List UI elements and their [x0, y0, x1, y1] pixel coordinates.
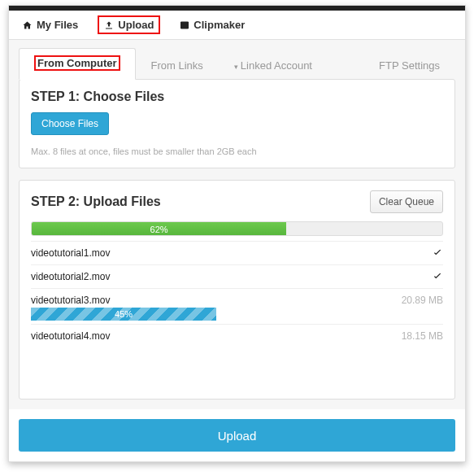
clipmaker-icon	[180, 20, 189, 30]
step2-panel: STEP 2: Upload Files Clear Queue 62% vid…	[19, 180, 455, 400]
file-row: videotutorial1.mov	[31, 241, 443, 264]
file-row: videotutorial3.mov20.89 MB45%	[31, 288, 443, 324]
tab-from-links[interactable]: From Links	[136, 52, 219, 80]
overall-progress-bar: 62%	[32, 222, 286, 235]
nav-clipmaker[interactable]: Clipmaker	[175, 15, 250, 34]
tab-label: From Computer	[37, 57, 117, 69]
upload-icon	[104, 20, 114, 30]
tab-highlight: From Computer	[34, 55, 120, 71]
check-icon	[432, 271, 443, 282]
tab-label: Linked Account	[241, 59, 312, 72]
file-name: videotutorial4.mov	[31, 330, 110, 342]
file-limit-hint: Max. 8 files at once, files must be smal…	[31, 146, 443, 156]
main-nav: My Files Upload Clipmaker	[9, 11, 465, 40]
home-icon	[22, 20, 33, 30]
caret-down-icon: ▾	[234, 63, 238, 71]
file-row: videotutorial2.mov	[31, 264, 443, 288]
nav-label: Clipmaker	[194, 19, 245, 31]
clear-queue-button[interactable]: Clear Queue	[370, 190, 443, 213]
upload-subnav: From Computer From Links ▾Linked Account…	[19, 48, 455, 80]
file-row: videotutorial4.mov18.15 MB	[31, 324, 443, 347]
content-area: STEP 1: Choose Files Choose Files Max. 8…	[9, 79, 465, 409]
tab-ftp-settings[interactable]: FTP Settings	[363, 52, 455, 80]
file-progress-bar: 45%	[31, 308, 216, 321]
tab-label: FTP Settings	[379, 59, 440, 72]
overall-progress: 62%	[31, 221, 443, 236]
step2-title: STEP 2: Upload Files	[31, 194, 161, 209]
file-name: videotutorial1.mov	[31, 247, 110, 259]
nav-upload[interactable]: Upload	[98, 15, 160, 34]
file-name: videotutorial3.mov	[31, 295, 110, 306]
nav-my-files[interactable]: My Files	[17, 15, 83, 34]
app-window: My Files Upload Clipmaker From Computer …	[8, 5, 466, 462]
upload-button[interactable]: Upload	[19, 419, 455, 452]
file-name: videotutorial2.mov	[31, 271, 110, 282]
step1-panel: STEP 1: Choose Files Choose Files Max. 8…	[19, 79, 455, 168]
check-icon	[432, 247, 443, 259]
overall-progress-label: 62%	[150, 225, 168, 234]
tab-linked-account[interactable]: ▾Linked Account	[219, 52, 328, 80]
tab-label: From Links	[151, 59, 203, 72]
nav-label: My Files	[37, 19, 78, 31]
choose-files-button[interactable]: Choose Files	[31, 112, 109, 135]
subnav-wrap: From Computer From Links ▾Linked Account…	[9, 40, 465, 80]
file-size: 18.15 MB	[402, 330, 443, 342]
tab-from-computer[interactable]: From Computer	[19, 48, 136, 80]
nav-label: Upload	[118, 19, 154, 31]
file-size: 20.89 MB	[402, 295, 443, 306]
upload-queue: videotutorial1.movvideotutorial2.movvide…	[31, 241, 443, 387]
step1-title: STEP 1: Choose Files	[31, 90, 164, 104]
